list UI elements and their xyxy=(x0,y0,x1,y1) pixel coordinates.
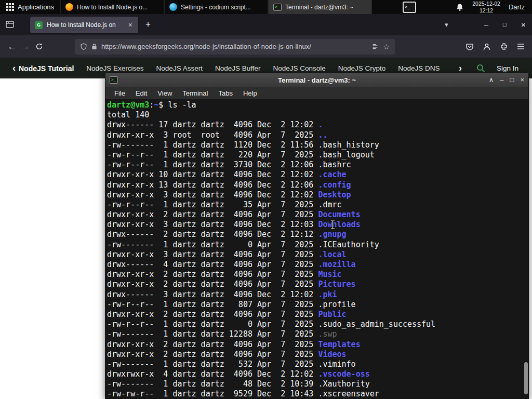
terminal-shade-button[interactable]: ∧ xyxy=(489,75,494,85)
user-menu[interactable]: Dartz xyxy=(509,3,527,11)
terminal-line: drwx------ 2 dartz dartz 4096 Dec 2 12:1… xyxy=(107,230,528,240)
menu-file[interactable]: File xyxy=(110,88,130,98)
tray-terminal-icon[interactable]: >_ xyxy=(403,2,416,13)
notification-bell-icon[interactable] xyxy=(456,3,464,11)
terminal-window: >_ Terminal - dartz@vm3: ~ ∧ – □ × File … xyxy=(105,73,529,399)
window-maximize-button[interactable]: □ xyxy=(503,21,507,28)
nav-item-nodejs-crypto[interactable]: NodeJS Crypto xyxy=(338,64,386,72)
window-button-codium[interactable]: Settings - codium script... xyxy=(164,0,268,14)
nav-item-nodejs-tutorial[interactable]: NodeJS Tutorial xyxy=(19,64,74,73)
terminal-line: total 140 xyxy=(107,110,528,120)
site-nav-items: NodeJS Tutorial NodeJS Exercises NodeJS … xyxy=(19,64,453,73)
applications-menu-button[interactable]: Applications xyxy=(0,0,60,14)
terminal-line: drwxr-xr-x 2 dartz dartz 4096 Apr 7 2025… xyxy=(107,340,528,350)
reader-mode-icon[interactable] xyxy=(371,43,379,50)
window-button-list: How to Install Node.js o... Settings - c… xyxy=(60,0,372,14)
nav-scroll-right-icon[interactable]: › xyxy=(456,63,465,74)
browser-tab-active[interactable]: G How to Install Node.js on × xyxy=(30,17,138,33)
terminal-line: drwxr-xr-x 3 root root 4096 Apr 7 2025 .… xyxy=(107,130,528,140)
terminal-line: drwxr-xr-x 10 dartz dartz 4096 Dec 2 12:… xyxy=(107,170,528,180)
window-button-terminal[interactable]: >_ Terminal - dartz@vm3: ~ xyxy=(268,0,372,14)
terminal-minimize-button[interactable]: – xyxy=(500,75,503,85)
list-all-tabs-icon[interactable]: ▾ xyxy=(445,21,448,29)
browser-toolbar: ← → https://www.geeksforgeeks.org/node-j… xyxy=(0,35,532,58)
terminal-line: -rw------- 1 dartz dartz 48 Dec 2 10:39 … xyxy=(107,379,528,389)
text-cursor-pointer xyxy=(330,220,336,230)
firefox-icon xyxy=(65,3,73,11)
terminal-line: drwxr-xr-x 3 dartz dartz 4096 Dec 2 12:0… xyxy=(107,190,528,200)
clock-date: 2025-12-02 xyxy=(472,1,500,7)
terminal-window-controls: ∧ – □ × xyxy=(489,75,524,85)
account-icon[interactable] xyxy=(483,43,491,51)
terminal-line: drwxr-xr-x 2 dartz dartz 4096 Apr 7 2025… xyxy=(107,310,528,320)
terminal-close-button[interactable]: × xyxy=(520,75,524,85)
firefox-view-icon[interactable] xyxy=(5,20,15,31)
terminal-line: drwxr-xr-x 2 dartz dartz 4096 Apr 7 2025… xyxy=(107,210,528,220)
menu-help[interactable]: Help xyxy=(238,88,262,98)
terminal-line: drwxr-xr-x 13 dartz dartz 4096 Dec 2 12:… xyxy=(107,180,528,190)
tab-title: How to Install Node.js on xyxy=(47,21,123,29)
terminal-scrollbar-thumb[interactable] xyxy=(524,362,528,394)
back-button[interactable]: ← xyxy=(5,42,19,52)
tab-favicon: G xyxy=(35,21,43,29)
terminal-line: drwx------ 4 dartz dartz 4096 Apr 7 2025… xyxy=(107,260,528,270)
terminal-line: drwxr-xr-x 3 dartz dartz 4096 Dec 2 12:0… xyxy=(107,220,528,230)
window-minimize-button[interactable]: – xyxy=(484,20,488,29)
panel-right-section: >_ 2025-12-02 12:12 Dartz xyxy=(403,0,532,14)
extensions-icon[interactable] xyxy=(500,43,508,51)
menu-hamburger-icon[interactable] xyxy=(517,43,525,50)
window-close-button[interactable]: × xyxy=(521,20,526,29)
terminal-line: drwx------ 17 dartz dartz 4096 Dec 2 12:… xyxy=(107,120,528,130)
terminal-line: dartz@vm3:~$ ls -la xyxy=(107,100,528,110)
terminal-lines: dartz@vm3:~$ ls -latotal 140drwx------ 1… xyxy=(107,100,528,398)
url-bar[interactable]: https://www.geeksforgeeks.org/node-js/in… xyxy=(75,39,395,55)
desktop-panel: Applications How to Install Node.js o...… xyxy=(0,0,532,14)
nav-item-nodejs-exercises[interactable]: NodeJS Exercises xyxy=(86,64,143,72)
sign-in-button[interactable]: Sign In xyxy=(497,64,518,72)
terminal-line: drwx------ 3 dartz dartz 4096 Dec 2 12:0… xyxy=(107,290,528,300)
window-button-title: How to Install Node.js o... xyxy=(77,4,159,11)
reload-button[interactable] xyxy=(32,43,46,50)
terminal-maximize-button[interactable]: □ xyxy=(510,75,514,85)
terminal-scrollbar[interactable] xyxy=(523,99,528,398)
window-button-title: Settings - codium script... xyxy=(181,4,263,11)
terminal-line: -rw-r--r-- 1 dartz dartz 3730 Dec 2 12:0… xyxy=(107,160,528,170)
menu-edit[interactable]: Edit xyxy=(131,88,152,98)
terminal-line: -rw-r--r-- 1 dartz dartz 220 Apr 7 2025 … xyxy=(107,150,528,160)
site-nav-right: › Sign In xyxy=(456,63,518,74)
pocket-icon[interactable] xyxy=(466,43,474,51)
terminal-line: -rw-r--r-- 1 dartz dartz 807 Apr 7 2025 … xyxy=(107,300,528,310)
tracking-shield-icon[interactable] xyxy=(80,43,87,50)
lock-icon[interactable] xyxy=(91,43,97,50)
terminal-line: -rw------- 1 dartz dartz 12288 Apr 7 202… xyxy=(107,329,528,339)
browser-tab-bar: G How to Install Node.js on × + ▾ – □ × xyxy=(0,14,532,35)
terminal-icon: >_ xyxy=(273,4,282,11)
menu-terminal[interactable]: Terminal xyxy=(178,88,212,98)
menu-tabs[interactable]: Tabs xyxy=(214,88,237,98)
terminal-line: -rw------- 1 dartz dartz 1120 Dec 2 11:5… xyxy=(107,140,528,150)
terminal-line: -rw-r--r-- 1 dartz dartz 35 Apr 7 2025 .… xyxy=(107,200,528,210)
nav-scroll-left-icon[interactable]: ‹ xyxy=(9,63,19,74)
terminal-output-area[interactable]: dartz@vm3:~$ ls -latotal 140drwx------ 1… xyxy=(105,99,528,398)
nav-item-nodejs-dns[interactable]: NodeJS DNS xyxy=(398,64,440,72)
terminal-line: drwxr-xr-x 2 dartz dartz 4096 Apr 7 2025… xyxy=(107,350,528,360)
applications-label: Applications xyxy=(18,3,54,11)
url-text[interactable]: https://www.geeksforgeeks.org/node-js/in… xyxy=(101,43,367,50)
nav-item-nodejs-buffer[interactable]: NodeJS Buffer xyxy=(215,64,261,72)
nav-item-nodejs-assert[interactable]: NodeJS Assert xyxy=(156,64,203,72)
panel-clock[interactable]: 2025-12-02 12:12 xyxy=(472,1,500,14)
terminal-title-bar[interactable]: >_ Terminal - dartz@vm3: ~ ∧ – □ × xyxy=(105,73,528,87)
window-button-firefox[interactable]: How to Install Node.js o... xyxy=(60,0,164,14)
nav-item-nodejs-console[interactable]: NodeJS Console xyxy=(273,64,325,72)
terminal-line: drwxrwxr-x 4 dartz dartz 4096 Dec 2 12:0… xyxy=(107,369,528,379)
terminal-line: drwxr-xr-x 2 dartz dartz 4096 Apr 7 2025… xyxy=(107,270,528,280)
forward-button[interactable]: → xyxy=(19,42,32,52)
new-tab-button[interactable]: + xyxy=(145,20,151,29)
menu-view[interactable]: View xyxy=(153,88,177,98)
tab-close-icon[interactable]: × xyxy=(127,21,134,29)
bookmark-star-icon[interactable]: ☆ xyxy=(383,43,390,51)
terminal-menu-bar: File Edit View Terminal Tabs Help xyxy=(105,87,528,99)
search-icon[interactable] xyxy=(476,64,485,73)
terminal-line: -rw------- 1 dartz dartz 0 Apr 7 2025 .I… xyxy=(107,240,528,250)
terminal-line: -rw------- 1 dartz dartz 532 Apr 7 2025 … xyxy=(107,360,528,369)
